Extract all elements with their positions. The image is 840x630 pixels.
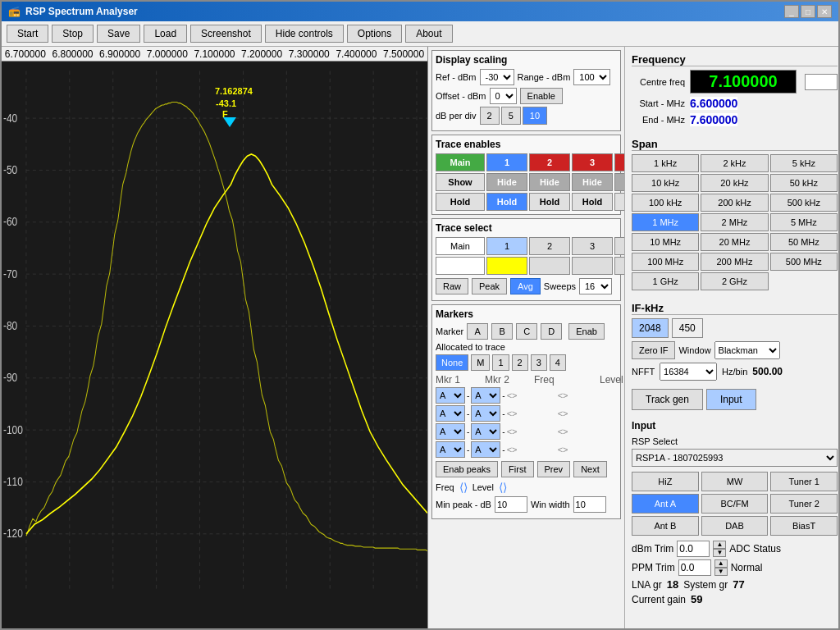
span-20khz[interactable]: 20 kHz bbox=[701, 174, 768, 192]
alloc-3-button[interactable]: 3 bbox=[531, 354, 547, 371]
mkr1-3-select[interactable]: A bbox=[436, 423, 465, 440]
alloc-1-button[interactable]: 1 bbox=[492, 354, 509, 371]
trace-select-1[interactable]: 1 bbox=[486, 237, 527, 255]
mkr1-1-select[interactable]: A bbox=[436, 387, 465, 404]
save-button[interactable]: Save bbox=[97, 25, 140, 43]
centre-freq-display[interactable]: 7.100000 bbox=[690, 70, 797, 94]
marker-c-button[interactable]: C bbox=[516, 323, 537, 340]
tab-input[interactable]: Input bbox=[706, 389, 756, 410]
trace-2-enable[interactable]: 2 bbox=[529, 153, 570, 171]
raw-button[interactable]: Raw bbox=[436, 278, 468, 294]
span-5mhz[interactable]: 5 MHz bbox=[770, 213, 838, 231]
span-1ghz[interactable]: 1 GHz bbox=[632, 272, 699, 290]
sweeps-select[interactable]: 16832 bbox=[579, 278, 612, 294]
mkr2-2-select[interactable]: A bbox=[471, 405, 500, 422]
span-50khz[interactable]: 50 kHz bbox=[770, 174, 838, 192]
span-2ghz[interactable]: 2 GHz bbox=[701, 272, 768, 290]
ant-b-button[interactable]: Ant B bbox=[632, 516, 699, 536]
marker-a-button[interactable]: A bbox=[467, 323, 488, 340]
span-500mhz[interactable]: 500 MHz bbox=[770, 253, 838, 271]
alloc-m-button[interactable]: M bbox=[471, 354, 490, 371]
trace-4-enable[interactable]: 4 bbox=[614, 153, 625, 171]
span-20mhz[interactable]: 20 MHz bbox=[701, 233, 768, 251]
alloc-none-button[interactable]: None bbox=[436, 354, 468, 371]
trace-3-show[interactable]: Hide bbox=[572, 173, 613, 191]
maximize-button[interactable]: □ bbox=[801, 5, 815, 18]
trace-main-hold[interactable]: Hold bbox=[436, 193, 485, 211]
nfft-select[interactable]: 16384819232768 bbox=[660, 363, 717, 381]
alloc-2-button[interactable]: 2 bbox=[512, 354, 528, 371]
first-button[interactable]: First bbox=[501, 461, 533, 477]
screenshot-button[interactable]: Screenshot bbox=[190, 25, 262, 43]
trace-1-hold[interactable]: Hold bbox=[486, 193, 527, 211]
win-width-input[interactable] bbox=[573, 496, 606, 513]
close-button[interactable]: ✕ bbox=[817, 5, 832, 18]
mw-button[interactable]: MW bbox=[701, 472, 769, 491]
spectrum-canvas[interactable]: 7.162874 -43.1 F bbox=[2, 62, 427, 628]
zero-if-button[interactable]: Zero IF bbox=[632, 341, 675, 359]
span-100khz[interactable]: 100 kHz bbox=[632, 194, 699, 212]
span-2khz[interactable]: 2 kHz bbox=[701, 154, 768, 172]
enab-peaks-button[interactable]: Enab peaks bbox=[436, 461, 498, 477]
span-500khz[interactable]: 500 kHz bbox=[770, 194, 838, 212]
trace-select-4[interactable]: 4 bbox=[614, 237, 625, 255]
peak-button[interactable]: Peak bbox=[472, 278, 507, 294]
rsp-select-dropdown[interactable]: RSP1A - 1807025993 bbox=[632, 449, 838, 467]
trace-1-show[interactable]: Hide bbox=[486, 173, 527, 191]
mkr2-4-select[interactable]: A bbox=[471, 441, 500, 458]
window-select[interactable]: Blackman Hanning Flat top Rectangular bbox=[714, 341, 780, 359]
db-5-button[interactable]: 5 bbox=[501, 107, 521, 125]
marker-d-button[interactable]: D bbox=[541, 323, 562, 340]
alloc-4-button[interactable]: 4 bbox=[550, 354, 566, 371]
ref-dbm-select[interactable]: -30-20-40 bbox=[480, 69, 514, 85]
ifkhz-450-button[interactable]: 450 bbox=[672, 318, 703, 338]
span-5khz[interactable]: 5 kHz bbox=[770, 154, 838, 172]
mkr1-2-select[interactable]: A bbox=[436, 405, 465, 422]
tuner2-button[interactable]: Tuner 2 bbox=[770, 494, 838, 514]
enable-button[interactable]: Enable bbox=[520, 88, 563, 104]
hiz-button[interactable]: HiZ bbox=[632, 472, 699, 491]
span-2mhz[interactable]: 2 MHz bbox=[701, 213, 768, 231]
centre-freq-input[interactable] bbox=[805, 74, 838, 90]
marker-b-button[interactable]: B bbox=[491, 323, 513, 340]
start-button[interactable]: Start bbox=[7, 25, 48, 43]
tuner1-button[interactable]: Tuner 1 bbox=[770, 472, 838, 491]
dbm-trim-up[interactable]: ▲ bbox=[713, 541, 726, 549]
bcfm-button[interactable]: BC/FM bbox=[701, 494, 769, 514]
span-1mhz[interactable]: 1 MHz bbox=[632, 213, 699, 231]
span-1khz[interactable]: 1 kHz bbox=[632, 154, 699, 172]
trace-select-2[interactable]: 2 bbox=[529, 237, 570, 255]
end-mhz-value[interactable]: 7.600000 bbox=[690, 113, 737, 126]
dbm-trim-input[interactable] bbox=[677, 541, 710, 557]
db-10-button[interactable]: 10 bbox=[523, 107, 547, 125]
trace-main-show[interactable]: Show bbox=[436, 173, 485, 191]
avg-button[interactable]: Avg bbox=[510, 278, 541, 294]
span-10mhz[interactable]: 10 MHz bbox=[632, 233, 699, 251]
trace-3-enable[interactable]: 3 bbox=[572, 153, 613, 171]
offset-dbm-select[interactable]: 0 bbox=[490, 88, 517, 104]
range-dbm-select[interactable]: 10050150 bbox=[573, 69, 610, 85]
span-200mhz[interactable]: 200 MHz bbox=[701, 253, 768, 271]
mkr2-3-select[interactable]: A bbox=[471, 423, 500, 440]
trace-select-main[interactable]: Main bbox=[436, 237, 485, 255]
mkr1-4-select[interactable]: A bbox=[436, 441, 465, 458]
next-button[interactable]: Next bbox=[573, 461, 607, 477]
trace-3-hold[interactable]: Hold bbox=[572, 193, 613, 211]
trace-4-show[interactable]: Hide bbox=[614, 173, 625, 191]
mkr2-1-select[interactable]: A bbox=[471, 387, 500, 404]
ppm-trim-down[interactable]: ▼ bbox=[714, 568, 728, 576]
trace-2-hold[interactable]: Hold bbox=[529, 193, 570, 211]
tab-track-gen[interactable]: Track gen bbox=[632, 389, 703, 410]
span-10khz[interactable]: 10 kHz bbox=[632, 174, 699, 192]
min-peak-input[interactable] bbox=[495, 496, 527, 513]
dbm-trim-down[interactable]: ▼ bbox=[713, 549, 726, 557]
trace-4-hold[interactable]: Hold bbox=[614, 193, 625, 211]
ifkhz-2048-button[interactable]: 2048 bbox=[632, 318, 669, 338]
load-button[interactable]: Load bbox=[144, 25, 187, 43]
dab-button[interactable]: DAB bbox=[701, 516, 769, 536]
hide-controls-button[interactable]: Hide controls bbox=[265, 25, 344, 43]
trace-2-show[interactable]: Hide bbox=[529, 173, 570, 191]
span-50mhz[interactable]: 50 MHz bbox=[770, 233, 838, 251]
span-100mhz[interactable]: 100 MHz bbox=[632, 253, 699, 271]
options-button[interactable]: Options bbox=[347, 25, 402, 43]
